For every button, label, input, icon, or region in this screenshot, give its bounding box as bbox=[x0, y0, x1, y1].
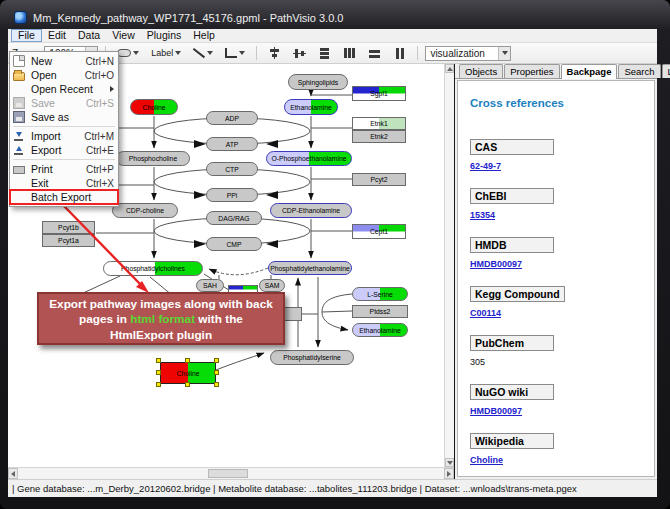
selection-handle[interactable] bbox=[156, 370, 161, 375]
pathway-node-atp[interactable]: ATP bbox=[206, 137, 258, 151]
align-center-y-button[interactable] bbox=[289, 45, 310, 62]
common-width-button[interactable] bbox=[364, 45, 385, 62]
pathway-node-cept1[interactable]: Cept1 bbox=[352, 224, 406, 239]
menu-item-exit[interactable]: ExitCtrl+X bbox=[10, 176, 118, 190]
tab-legend[interactable]: Legend bbox=[662, 64, 670, 78]
pathway-node-pcyt2[interactable]: Pcyt2 bbox=[352, 173, 406, 186]
selection-handle[interactable] bbox=[214, 382, 219, 387]
scroll-up-button[interactable] bbox=[445, 64, 454, 73]
menu-data[interactable]: Data bbox=[72, 29, 106, 42]
pathway-node-sgpl1[interactable]: Sgpl1 bbox=[352, 86, 406, 101]
pathway-node-ethanolamine[interactable]: Ethanolamine bbox=[284, 99, 338, 115]
menu-item-open-recent[interactable]: Open Recent bbox=[10, 82, 118, 96]
pathway-node-phosphatidylcholines[interactable]: Phosphatidylcholines bbox=[103, 261, 203, 276]
label-tool-button[interactable]: Label bbox=[147, 45, 185, 62]
selection-handle[interactable] bbox=[185, 358, 190, 363]
xref-link[interactable]: C00114 bbox=[470, 308, 654, 318]
pathway-node-l-serine[interactable]: L-Serine bbox=[352, 287, 408, 301]
pathway-node-pcyt1a[interactable]: Pcyt1a bbox=[42, 234, 95, 247]
pathway-node-adp[interactable]: ADP bbox=[206, 111, 258, 125]
tab-properties[interactable]: Properties bbox=[504, 64, 559, 78]
selection-handle[interactable] bbox=[156, 358, 161, 363]
common-height-button[interactable] bbox=[389, 45, 410, 62]
pathway-node-sam[interactable]: SAM bbox=[259, 279, 285, 292]
xref-link[interactable]: 15354 bbox=[470, 210, 654, 220]
common-height-icon bbox=[393, 47, 406, 59]
chevron-down-icon bbox=[502, 51, 508, 55]
stack-vertical-button[interactable] bbox=[314, 45, 335, 62]
status-bar: | Gene database: ...m_Derby_20120602.bri… bbox=[8, 479, 657, 497]
pathway-node-cdp-ethanolamine[interactable]: CDP-Ethanolamine bbox=[270, 203, 352, 218]
visualization-combobox[interactable]: visualization bbox=[425, 46, 511, 61]
tab-backpage[interactable]: Backpage bbox=[561, 64, 618, 79]
xref-link[interactable]: 62-49-7 bbox=[470, 161, 654, 171]
xref-value: 305 bbox=[470, 357, 654, 367]
stack-vertical-icon bbox=[318, 47, 331, 59]
pathway-node-ethanolamine-2[interactable]: Ethanolamine bbox=[352, 323, 408, 337]
pathway-node-ppi[interactable]: PPi bbox=[206, 188, 258, 202]
visualization-value[interactable]: visualization bbox=[426, 48, 498, 59]
menu-view[interactable]: View bbox=[106, 29, 141, 42]
pathway-node-phosphatidylethanolamine[interactable]: Phosphatidylethanolamine bbox=[268, 261, 352, 275]
new-document-icon bbox=[13, 55, 25, 67]
pathway-node-phosphocholine[interactable]: Phosphocholine bbox=[116, 151, 190, 166]
menu-item-print[interactable]: PrintCtrl+P bbox=[10, 162, 118, 176]
chevron-down-icon bbox=[133, 51, 139, 55]
selection-handle[interactable] bbox=[214, 358, 219, 363]
scroll-down-button[interactable] bbox=[445, 458, 454, 467]
menu-item-open[interactable]: OpenCtrl+O bbox=[10, 68, 118, 82]
xref-link[interactable]: HMDB00097 bbox=[470, 406, 654, 416]
stack-horizontal-button[interactable] bbox=[339, 45, 360, 62]
selection-handle[interactable] bbox=[156, 382, 161, 387]
pathway-node-ptdss2[interactable]: Ptdss2 bbox=[352, 305, 408, 318]
pathway-node-sphingolipids[interactable]: Sphingolipids bbox=[288, 74, 348, 90]
xref-link[interactable]: Choline bbox=[470, 455, 654, 465]
label-icon: Label bbox=[151, 48, 173, 58]
tab-objects[interactable]: Objects bbox=[459, 64, 503, 78]
menu-plugins[interactable]: Plugins bbox=[141, 29, 187, 42]
pathway-node-etnk2[interactable]: Etnk2 bbox=[352, 130, 406, 143]
selection-handle[interactable] bbox=[185, 382, 190, 387]
xref-section-chebi: ChEBI 15354 bbox=[470, 186, 654, 220]
menu-item-save-as[interactable]: Save as bbox=[10, 110, 118, 124]
menu-file[interactable]: File bbox=[11, 29, 42, 42]
status-text: | Gene database: ...m_Derby_20120602.bri… bbox=[12, 483, 577, 494]
horizontal-scrollbar[interactable] bbox=[8, 467, 454, 479]
pathway-node-cmp[interactable]: CMP bbox=[206, 237, 262, 251]
pathway-node-cdp-choline[interactable]: CDP-choline bbox=[112, 203, 178, 218]
pathway-node-phosphatidylserine[interactable]: Phosphatidylserine bbox=[270, 350, 354, 365]
pathway-node-o-phosphoethanolamine[interactable]: O-Phosphoethanolamine bbox=[266, 151, 352, 166]
chevron-down-icon bbox=[175, 51, 181, 55]
scroll-right-button[interactable] bbox=[444, 468, 454, 479]
menu-item-export[interactable]: ExportCtrl+E bbox=[10, 143, 118, 157]
xref-link[interactable]: HMDB00097 bbox=[470, 259, 654, 269]
line-tool-button[interactable] bbox=[189, 45, 217, 62]
pathway-node-sah[interactable]: SAH bbox=[196, 279, 224, 292]
menu-item-new[interactable]: NewCtrl+N bbox=[10, 54, 118, 68]
pathway-node-ctp[interactable]: CTP bbox=[206, 162, 258, 176]
xref-source: HMDB bbox=[470, 237, 554, 253]
xref-section-kegg: Kegg Compound C00114 bbox=[470, 284, 654, 318]
scroll-left-button[interactable] bbox=[8, 468, 18, 479]
visualization-dropdown-button[interactable] bbox=[498, 47, 510, 60]
xref-source: ChEBI bbox=[470, 188, 554, 204]
callout-line2: pages in html format with the bbox=[39, 312, 283, 327]
selection-handle[interactable] bbox=[214, 370, 219, 375]
menu-item-import[interactable]: ImportCtrl+M bbox=[10, 129, 118, 143]
connector-tool-button[interactable] bbox=[221, 45, 249, 62]
open-folder-icon bbox=[13, 72, 25, 81]
align-center-x-button[interactable] bbox=[264, 45, 285, 62]
menu-edit[interactable]: Edit bbox=[42, 29, 72, 42]
pathway-node-dag-rag[interactable]: DAG/RAG bbox=[206, 211, 262, 225]
menu-help[interactable]: Help bbox=[187, 29, 221, 42]
pathway-node-choline-selected[interactable]: Choline bbox=[160, 362, 216, 384]
tab-search[interactable]: Search bbox=[618, 64, 660, 78]
pathway-node-etnk1[interactable]: Etnk1 bbox=[352, 117, 406, 130]
title-bar[interactable]: Mm_Kennedy_pathway_WP1771_45176.gpml - P… bbox=[8, 6, 657, 29]
menu-item-batch-export[interactable]: Batch Export bbox=[10, 190, 118, 204]
scrollbar-thumb[interactable] bbox=[208, 469, 248, 478]
pathway-node-choline[interactable]: Choline bbox=[130, 99, 178, 115]
pathway-node-pcyt1b[interactable]: Pcyt1b bbox=[42, 221, 95, 234]
vertical-scrollbar[interactable] bbox=[444, 64, 454, 467]
pathway-node-partially-hidden-gene[interactable] bbox=[283, 307, 302, 321]
